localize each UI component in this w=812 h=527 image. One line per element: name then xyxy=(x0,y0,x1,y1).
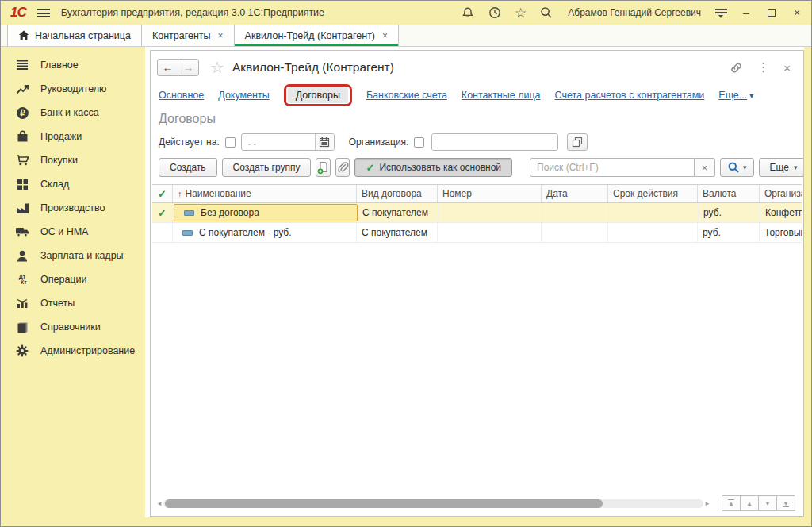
sidebar-item-pokupki[interactable]: Покупки xyxy=(1,148,145,172)
get-link-icon[interactable] xyxy=(730,61,743,75)
go-next-row-button[interactable]: ▼ xyxy=(758,495,777,511)
sidebar-item-os-i-nma[interactable]: ОС и НМА xyxy=(1,220,145,244)
cell-name[interactable]: Без договора xyxy=(174,204,358,221)
go-last-row-button[interactable]: ▼ xyxy=(776,495,795,511)
table-row[interactable]: С покупателем - руб. С покупателем руб. … xyxy=(152,223,802,243)
sidebar-item-prodazhi[interactable]: Продажи xyxy=(1,125,145,148)
column-header-name[interactable]: ↑Наименование xyxy=(173,185,357,202)
use-as-main-button[interactable]: ✓ Использовать как основной xyxy=(354,158,512,177)
favorites-star-icon[interactable]: ☆ xyxy=(515,6,527,20)
sidebar-item-administrirovanie[interactable]: Администрирование xyxy=(1,339,145,363)
sidebar-item-operacii[interactable]: Дт Кт Операции xyxy=(1,267,145,291)
organization-input[interactable] xyxy=(432,134,558,150)
organization-choose-button[interactable] xyxy=(567,133,588,151)
tab-kontragenty[interactable]: Контрагенты × xyxy=(141,25,235,46)
scroll-right-icon[interactable]: ▸ xyxy=(703,499,711,507)
cell-date[interactable] xyxy=(542,223,608,242)
cell-organization[interactable]: Конфетпром xyxy=(760,203,802,222)
nav-link-dogovory-active[interactable]: Договоры xyxy=(288,87,348,103)
debit-credit-icon: Дт Кт xyxy=(15,272,29,287)
main-menu-icon[interactable] xyxy=(37,9,50,17)
close-form-icon[interactable]: × xyxy=(783,61,791,75)
person-icon xyxy=(15,248,29,263)
table-row[interactable]: ✓ Без договора С покупателем руб. Конфет… xyxy=(152,203,802,223)
minimize-button[interactable]: – xyxy=(740,7,753,18)
form-navigation: Основное Документы Договоры Банковские с… xyxy=(159,84,795,106)
service-menu-icon[interactable] xyxy=(715,9,727,17)
check-icon: ✓ xyxy=(366,162,374,174)
nav-more-link[interactable]: Еще...▾ xyxy=(718,90,753,101)
cell-number[interactable] xyxy=(439,203,542,222)
tab-close-icon[interactable]: × xyxy=(218,30,224,41)
nav-link-bankovskie-scheta[interactable]: Банковские счета xyxy=(366,90,447,101)
favorite-star-icon[interactable]: ☆ xyxy=(210,60,224,75)
column-header-date[interactable]: Дата xyxy=(542,185,608,202)
cell-kind[interactable]: С покупателем xyxy=(358,203,439,222)
nav-link-dokumenty[interactable]: Документы xyxy=(218,90,269,101)
current-user[interactable]: Абрамов Геннадий Сергеевич xyxy=(568,7,701,18)
copy-item-button[interactable] xyxy=(316,158,331,177)
column-header-kind[interactable]: Вид договора xyxy=(357,185,438,202)
cell-term[interactable] xyxy=(609,203,699,222)
truck-icon xyxy=(15,225,29,239)
sidebar-item-sklad[interactable]: Склад xyxy=(1,172,145,196)
search-options-button[interactable]: ▾ xyxy=(720,158,754,177)
tab-akvilon-treyd[interactable]: Аквилон-Трейд (Контрагент) × xyxy=(234,25,399,46)
back-button[interactable]: ← xyxy=(157,59,178,76)
sidebar-item-spravochniki[interactable]: Справочники xyxy=(1,315,145,339)
cell-date[interactable] xyxy=(542,203,609,222)
sidebar-item-otchety[interactable]: Отчеты xyxy=(1,291,145,315)
cell-name[interactable]: С покупателем - руб. xyxy=(173,223,357,242)
rouble-circle-icon: ₽ xyxy=(15,106,29,120)
create-group-button[interactable]: Создать группу xyxy=(222,158,312,177)
create-button[interactable]: Создать xyxy=(159,158,217,177)
maximize-button[interactable] xyxy=(765,7,778,18)
horizontal-scrollbar[interactable] xyxy=(163,499,703,508)
search-icon[interactable] xyxy=(539,6,553,20)
go-prev-row-button[interactable]: ▲ xyxy=(740,495,759,511)
nav-link-kontaktnye-lica[interactable]: Контактные лица xyxy=(462,90,541,101)
sidebar-item-glavnoe[interactable]: Главное xyxy=(1,53,145,77)
book-icon xyxy=(15,320,29,334)
cell-currency[interactable]: руб. xyxy=(698,223,760,242)
history-icon[interactable] xyxy=(488,6,502,20)
cell-kind[interactable]: С покупателем xyxy=(357,223,438,242)
acts-on-checkbox[interactable] xyxy=(225,137,236,148)
go-first-row-button[interactable]: ▲ xyxy=(722,495,741,511)
column-header-organization[interactable]: Организация xyxy=(760,185,802,202)
list-toolbar: Создать Создать группу ✓ Использовать ка… xyxy=(159,157,795,178)
notifications-bell-icon[interactable] xyxy=(461,6,475,20)
close-window-button[interactable]: × xyxy=(791,7,803,18)
main-flag-column-header[interactable]: ✓ xyxy=(152,185,173,202)
tab-close-icon[interactable]: × xyxy=(382,30,388,41)
cell-term[interactable] xyxy=(608,223,698,242)
nav-link-scheta-raschetov[interactable]: Счета расчетов с контрагентами xyxy=(555,90,705,101)
empty-list-area xyxy=(152,243,802,494)
nav-link-osnovnoe[interactable]: Основное xyxy=(159,90,204,101)
organization-combo[interactable]: ▾ xyxy=(431,133,558,151)
scrollbar-thumb[interactable] xyxy=(165,499,603,508)
sidebar-item-proizvodstvo[interactable]: Производство xyxy=(1,196,145,220)
acts-on-date-field[interactable]: . . xyxy=(241,133,335,151)
more-menu-icon[interactable]: ⋮ xyxy=(757,60,769,75)
column-header-currency[interactable]: Валюта xyxy=(698,185,760,202)
column-header-number[interactable]: Номер xyxy=(438,185,542,202)
scroll-left-icon[interactable]: ◂ xyxy=(155,499,163,507)
cell-number[interactable] xyxy=(438,223,542,242)
search-input[interactable] xyxy=(530,158,695,177)
attachments-paperclip-button[interactable] xyxy=(335,158,350,177)
sidebar-item-rukovoditelyu[interactable]: Руководителю xyxy=(1,77,145,101)
column-header-term[interactable]: Срок действия xyxy=(608,185,698,202)
bar-chart-icon xyxy=(15,296,29,310)
organization-checkbox[interactable] xyxy=(414,137,424,148)
sidebar-item-bank-i-kassa[interactable]: ₽ Банк и касса xyxy=(1,101,145,125)
cell-organization[interactable]: Торговый xyxy=(760,223,802,242)
clear-search-icon[interactable]: × xyxy=(695,158,715,177)
sidebar-item-zarplata-i-kadry[interactable]: Зарплата и кадры xyxy=(1,244,145,267)
more-actions-button[interactable]: Еще ▾ xyxy=(759,158,804,177)
calendar-icon[interactable] xyxy=(315,134,334,150)
cell-currency[interactable]: руб. xyxy=(699,203,760,222)
forward-button[interactable]: → xyxy=(178,59,199,76)
gear-icon xyxy=(15,344,29,358)
tab-home[interactable]: Начальная страница xyxy=(7,25,142,46)
